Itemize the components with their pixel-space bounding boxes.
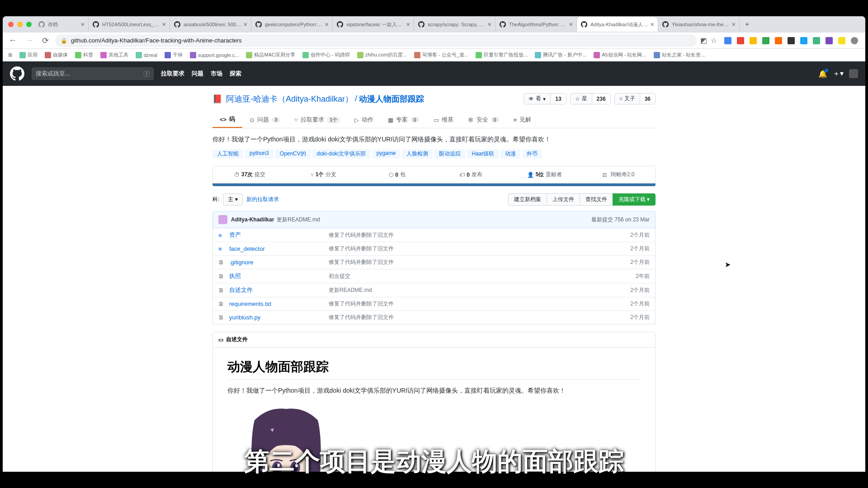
repo-nav-tab[interactable]: ⑂拉取要求1个 [287, 112, 347, 128]
topic-tag[interactable]: Haar级联 [467, 149, 499, 159]
bookmark-item[interactable]: 自媒体 [45, 52, 68, 58]
topic-tag[interactable]: 眼动追踪 [434, 149, 465, 159]
close-window-button[interactable] [8, 22, 14, 27]
bookmark-item[interactable]: support.google.c... [190, 52, 239, 58]
github-logo[interactable] [10, 66, 24, 81]
github-nav-item[interactable]: 市场 [211, 70, 222, 78]
github-nav-item[interactable]: 问题 [192, 70, 203, 78]
topic-tag[interactable]: python3 [245, 149, 274, 159]
bookmark-item[interactable]: 精品MAC应用分享 [246, 52, 295, 58]
tab-close-icon[interactable]: × [406, 21, 410, 28]
browser-tab[interactable]: 存档× [34, 17, 89, 32]
repo-nav-tab[interactable]: ≡见解 [506, 112, 539, 128]
ext-icon[interactable] [838, 37, 845, 44]
forward-button[interactable]: → [23, 34, 35, 47]
new-tab-button[interactable]: + [740, 20, 755, 28]
file-name-link[interactable]: face_detector [229, 245, 329, 252]
tab-close-icon[interactable]: × [569, 21, 573, 28]
repo-stat[interactable]: 👤 5位 贡献者 [508, 166, 581, 183]
ext-icon[interactable] [762, 37, 769, 44]
reload-button[interactable]: ⟳ [39, 34, 52, 47]
file-name-link[interactable]: .gitignore [229, 259, 329, 266]
back-button[interactable]: ← [6, 34, 19, 47]
latest-commit-bar[interactable]: Aditya-Khadilkar 更新README.md 最新提交 756 on… [212, 211, 656, 228]
repo-nav-tab[interactable]: ▦专案0 [381, 112, 426, 128]
file-name-link[interactable]: 自述文件 [229, 286, 329, 294]
file-commit-msg[interactable]: 修复了代码并删除了旧文件 [329, 258, 630, 266]
bookmark-item[interactable]: 干掉 [165, 52, 183, 58]
apps-icon[interactable]: ⊞ [8, 52, 12, 58]
browser-tab[interactable]: HT524/500LineorLess_CN: 50× [89, 17, 170, 32]
language-bar[interactable] [212, 183, 656, 186]
repo-stat[interactable]: ⏱ 37次 提交 [213, 166, 287, 183]
tab-close-icon[interactable]: × [488, 21, 491, 28]
maximize-window-button[interactable] [26, 22, 32, 27]
browser-tab[interactable]: aosabook/500lines: 500 Line× [170, 17, 251, 32]
ext-icon[interactable] [826, 37, 833, 44]
ext-icon[interactable] [813, 37, 820, 44]
topic-tag[interactable]: OpenCV的 [275, 149, 311, 159]
create-file-button[interactable]: 建立新档案 [508, 193, 547, 206]
ext-icon[interactable] [737, 37, 744, 44]
bookmark-item[interactable]: 其他工具 [100, 52, 128, 58]
bookmark-item[interactable]: 腾讯广告 - 新户中... [535, 52, 586, 58]
file-name-link[interactable]: 执照 [229, 272, 329, 280]
file-name-link[interactable]: yuriblush.py [229, 314, 329, 321]
bookmark-item[interactable]: 应用 [19, 52, 38, 58]
topic-tag[interactable]: 人脸检测 [402, 149, 433, 159]
github-search-input[interactable]: 搜索或跳至... / [32, 67, 154, 80]
repo-stat[interactable]: ⚖ 阿帕奇2.0 [581, 166, 655, 183]
file-row[interactable]: 🗎yuriblush.py修复了代码并删除了旧文件2个月前 [213, 310, 655, 324]
minimize-window-button[interactable] [17, 22, 23, 27]
tab-close-icon[interactable]: × [81, 21, 85, 28]
browser-tab[interactable]: vipstone/faceai: 一款入门级的× [333, 17, 414, 32]
ext-icon[interactable] [775, 37, 782, 44]
file-row[interactable]: 🗎.gitignore修复了代码并删除了旧文件2个月前 [213, 255, 655, 269]
github-nav-item[interactable]: 探索 [230, 70, 241, 78]
plus-icon[interactable]: ＋▾ [833, 69, 844, 79]
bookmark-item[interactable]: 创作中心 - 码蹄焊 [302, 52, 350, 58]
tab-close-icon[interactable]: × [325, 21, 329, 28]
clone-download-button[interactable]: 克隆或下载 ▾ [613, 193, 656, 206]
repo-stat[interactable]: 🏷 0 发布 [434, 166, 508, 183]
file-row[interactable]: ■face_detector修复了代码并删除了旧文件2个月前 [213, 242, 655, 255]
translate-icon[interactable]: ◩ [700, 36, 707, 45]
repo-nav-tab[interactable]: ▷动作 [347, 112, 381, 128]
ext-icon[interactable] [750, 37, 757, 44]
branch-selector[interactable]: 主 ▾ [223, 193, 242, 206]
file-row[interactable]: 🗎执照初次提交2年前 [213, 269, 655, 283]
url-input[interactable]: 🔒 github.com/Aditya-Khadilkar/Face-track… [55, 34, 697, 47]
bookmark-item[interactable]: zhihu.com的百度... [357, 52, 407, 58]
upload-file-button[interactable]: 上传文件 [547, 193, 580, 206]
topic-tag[interactable]: 人工智能 [212, 149, 243, 159]
bookmark-item[interactable]: 科普 [75, 52, 93, 58]
bookmark-star-icon[interactable]: ☆ [711, 36, 717, 45]
fork-button[interactable]: ⑂ 叉子 36 [614, 93, 656, 104]
file-commit-msg[interactable]: 修复了代码并删除了旧文件 [329, 314, 630, 321]
bookmark-item[interactable]: 站长之家 - 站长资... [654, 52, 705, 58]
watch-button[interactable]: 👁 看 ▾ 13 [524, 93, 566, 104]
new-pr-link[interactable]: 新的拉取请求 [246, 196, 279, 203]
topic-tag[interactable]: pygame [372, 149, 401, 159]
repo-nav-tab[interactable]: <>码 [212, 112, 242, 128]
ext-icon[interactable] [724, 37, 731, 44]
file-row[interactable]: ■资产修复了代码并删除了旧文件2个月前 [213, 228, 655, 242]
ext-icon[interactable] [788, 37, 795, 44]
bookmark-item[interactable]: 巨量引擎广告投放... [476, 52, 528, 58]
tab-close-icon[interactable]: × [732, 21, 736, 28]
browser-tab[interactable]: Yixiaohan/show-me-the-code× [658, 17, 740, 32]
browser-tab[interactable]: scrapy/scrapy: Scrapy, a fast h× [414, 17, 495, 32]
file-name-link[interactable]: requirements.txt [229, 300, 329, 307]
owner-link[interactable]: 阿迪亚-哈迪卡（Aditya-Khadilkar） [226, 94, 353, 104]
repo-stat[interactable]: ⬡ 0 包 [360, 166, 434, 183]
file-commit-msg[interactable]: 修复了代码并删除了旧文件 [329, 245, 630, 253]
profile-avatar[interactable] [851, 37, 858, 44]
browser-tab[interactable]: Aditya-Khadilkar/动漫人物面部× [577, 17, 658, 32]
commit-author[interactable]: Aditya-Khadilkar [231, 216, 274, 223]
file-commit-msg[interactable]: 初次提交 [329, 272, 636, 280]
user-avatar-icon[interactable] [849, 69, 858, 78]
ext-icon[interactable] [800, 37, 807, 44]
topic-tag[interactable]: 动漫 [500, 149, 520, 159]
file-commit-msg[interactable]: 更新README.md [329, 286, 630, 294]
github-nav-item[interactable]: 拉取要求 [161, 70, 184, 78]
